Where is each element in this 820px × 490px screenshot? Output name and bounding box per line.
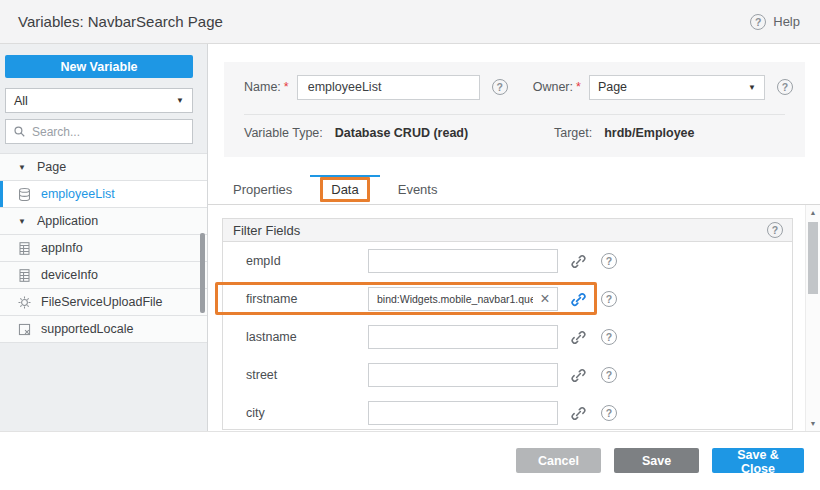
tab-label: Properties [233, 182, 292, 197]
help-button[interactable]: ? Help [750, 14, 800, 30]
variables-tree: ▼ Page employeeList ▼ Application appInf… [0, 153, 207, 343]
collapse-arrow-icon[interactable]: ▼ [18, 163, 28, 172]
owner-select[interactable]: Page ▼ [589, 75, 765, 100]
tab-label-annotated: Data [320, 177, 369, 202]
street-input[interactable] [368, 363, 558, 387]
filter-row-empid: empId ? [223, 242, 792, 280]
tree-item-label: FileServiceUploadFile [41, 295, 163, 309]
field-label: city [246, 406, 368, 420]
variable-type-label: Variable Type: [244, 126, 323, 140]
main-scrollbar-thumb[interactable] [808, 222, 818, 294]
clear-binding-icon[interactable]: × [535, 287, 555, 311]
tree-group-label: Application [37, 214, 98, 228]
variable-name-input[interactable] [297, 75, 480, 100]
name-label: Name: [244, 80, 281, 94]
bind-link-icon[interactable] [570, 367, 587, 384]
tree-item-label: appInfo [41, 241, 83, 255]
owner-select-value: Page [598, 80, 627, 94]
help-label: Help [773, 14, 800, 29]
empid-input[interactable] [368, 249, 558, 273]
owner-label: Owner: [533, 80, 573, 94]
card-divider [244, 114, 785, 115]
tree-item-employeelist[interactable]: employeeList [0, 181, 207, 208]
chevron-down-icon: ▼ [176, 96, 184, 105]
save-and-close-button[interactable]: Save & Close [712, 448, 804, 473]
sidebar-scrollbar-thumb[interactable] [200, 233, 205, 313]
tree-item-fileserviceuploadfile[interactable]: FileServiceUploadFile [0, 289, 207, 316]
filter-fields-title: Filter Fields [233, 223, 300, 238]
field-help-icon[interactable]: ? [601, 291, 617, 307]
field-label: empId [246, 254, 368, 268]
bind-link-icon[interactable] [570, 253, 587, 270]
required-marker: * [284, 80, 289, 94]
search-input[interactable] [32, 125, 185, 139]
required-marker: * [576, 80, 581, 94]
dialog-footer: Cancel Save Save & Close [0, 432, 820, 489]
bind-link-icon[interactable] [570, 405, 587, 422]
save-button[interactable]: Save [614, 448, 699, 473]
tree-item-label: employeeList [41, 187, 115, 201]
name-help-icon[interactable]: ? [492, 79, 508, 95]
help-question-icon: ? [750, 14, 766, 30]
scroll-down-icon[interactable]: ▼ [806, 417, 820, 430]
cancel-button[interactable]: Cancel [516, 448, 601, 473]
tree-item-label: supportedLocale [41, 322, 133, 336]
tab-events[interactable]: Events [387, 175, 449, 204]
variables-sidebar: New Variable All ▼ ▼ Page employeeList ▼… [0, 44, 208, 431]
search-icon [13, 125, 26, 138]
variable-filter-select[interactable]: All ▼ [5, 88, 193, 113]
collapse-arrow-icon[interactable]: ▼ [18, 217, 28, 226]
tree-item-deviceinfo[interactable]: deviceInfo [0, 262, 207, 289]
new-variable-button[interactable]: New Variable [5, 55, 193, 78]
gear-icon [17, 295, 32, 310]
filter-row-street: street ? [223, 356, 792, 394]
page-title: Variables: NavbarSearch Page [18, 13, 223, 30]
lastname-input[interactable] [368, 325, 558, 349]
tree-group-application[interactable]: ▼ Application [0, 208, 207, 235]
detail-tabs: Properties Data Events [208, 175, 820, 205]
filter-fields-help-icon[interactable]: ? [767, 222, 783, 238]
active-tab-indicator [310, 175, 379, 177]
variable-detail-pane: Name: * ? Owner: * Page ▼ ? Variable Typ… [208, 44, 820, 431]
bind-link-icon[interactable] [570, 329, 587, 346]
locale-icon [17, 322, 32, 337]
filter-row-lastname: lastname ? [223, 318, 792, 356]
tree-group-page[interactable]: ▼ Page [0, 154, 207, 181]
chevron-down-icon: ▼ [748, 83, 756, 92]
field-help-icon[interactable]: ? [601, 253, 617, 269]
field-label: firstname [246, 292, 368, 306]
city-input[interactable] [368, 401, 558, 425]
filter-row-city: city ? [223, 394, 792, 432]
firstname-input[interactable] [368, 287, 558, 311]
database-icon [17, 187, 32, 202]
bind-link-icon-active[interactable] [570, 291, 587, 308]
tree-item-supportedlocale[interactable]: supportedLocale [0, 316, 207, 343]
filter-fields-header: Filter Fields ? [223, 219, 792, 242]
scroll-up-icon[interactable]: ▲ [806, 206, 820, 219]
tab-properties[interactable]: Properties [222, 175, 303, 204]
main-scrollbar[interactable]: ▲ ▼ [805, 205, 820, 431]
tab-data[interactable]: Data [309, 175, 380, 204]
dialog-header: Variables: NavbarSearch Page ? Help [0, 0, 820, 44]
variable-summary-card: Name: * ? Owner: * Page ▼ ? Variable Typ… [224, 62, 805, 157]
tree-item-label: deviceInfo [41, 268, 98, 282]
tab-label: Events [398, 182, 438, 197]
variable-filter-value: All [14, 94, 28, 108]
tree-group-label: Page [37, 160, 66, 174]
field-help-icon[interactable]: ? [601, 329, 617, 345]
variable-type-value: Database CRUD (read) [335, 126, 468, 140]
filter-row-firstname: firstname × ? [223, 280, 792, 318]
tree-item-appinfo[interactable]: appInfo [0, 235, 207, 262]
field-help-icon[interactable]: ? [601, 367, 617, 383]
target-value: hrdb/Employee [604, 126, 694, 140]
target-label: Target: [554, 126, 592, 140]
field-label: street [246, 368, 368, 382]
search-box[interactable] [5, 119, 193, 144]
field-help-icon[interactable]: ? [601, 405, 617, 421]
owner-help-icon[interactable]: ? [777, 79, 793, 95]
filter-fields-panel: Filter Fields ? empId ? firstname × [222, 218, 793, 430]
app-info-icon [17, 241, 32, 256]
field-label: lastname [246, 330, 368, 344]
device-info-icon [17, 268, 32, 283]
